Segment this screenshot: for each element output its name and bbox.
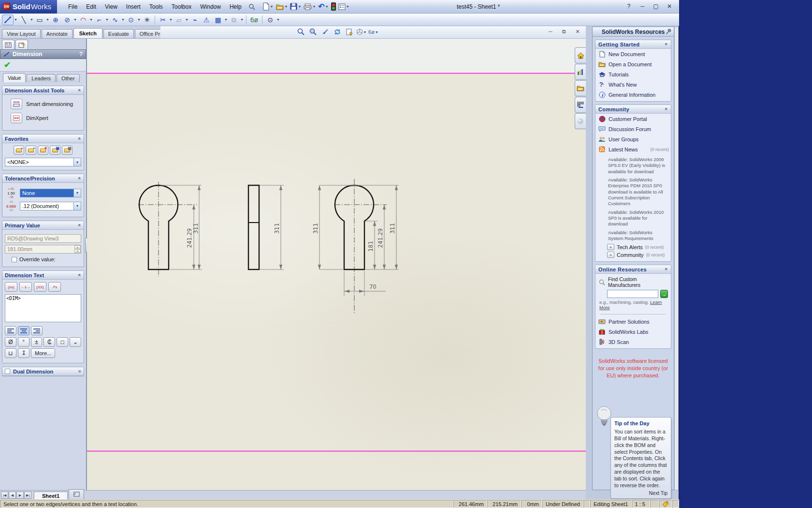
quick-snaps-caret[interactable]: ▼ bbox=[276, 18, 280, 21]
options-button[interactable]: ▼ bbox=[337, 1, 350, 13]
apply-defaults-button[interactable]: ⌁ bbox=[14, 146, 24, 155]
move-caret[interactable]: ▼ bbox=[240, 18, 244, 21]
menu-insert[interactable]: Insert bbox=[122, 0, 145, 14]
dual-dimension-checkbox[interactable] bbox=[5, 369, 10, 374]
first-sheet-button[interactable]: |◀ bbox=[1, 492, 8, 499]
convert-entities-button[interactable]: ▱ bbox=[173, 15, 185, 25]
menu-help[interactable]: Help bbox=[225, 0, 246, 14]
menu-file[interactable]: File bbox=[64, 0, 82, 14]
resources-tab[interactable] bbox=[575, 47, 586, 63]
solidworks-labs-link[interactable]: SolidWorks Labs bbox=[595, 327, 671, 337]
foreshortened-button[interactable]: ↗x bbox=[48, 282, 61, 292]
menu-tools[interactable]: Tools bbox=[145, 0, 167, 14]
circle-caret[interactable]: ▼ bbox=[73, 18, 77, 21]
search-icon[interactable] bbox=[247, 2, 257, 12]
offset-entities-button[interactable]: ⌁ bbox=[189, 15, 201, 25]
rectangle-caret[interactable]: ▼ bbox=[45, 18, 50, 21]
tab-view-layout[interactable]: View Layout bbox=[2, 29, 41, 38]
dimension-text-section-header[interactable]: Dimension Text« bbox=[2, 271, 84, 280]
dimension-label[interactable]: 181 bbox=[367, 241, 374, 252]
dimxpert-option[interactable]: DimXpert bbox=[11, 113, 81, 123]
tutorials-link[interactable]: Tutorials bbox=[595, 69, 671, 79]
rebuild-button[interactable] bbox=[330, 1, 337, 13]
sheet1-tab[interactable]: Sheet1 bbox=[34, 492, 68, 499]
diameter-symbol-button[interactable]: Ø bbox=[5, 337, 16, 347]
news-item[interactable]: Available: SolidWorks Enterprise PDM 201… bbox=[608, 177, 667, 207]
mirror-entities-button[interactable]: ⚠ bbox=[201, 15, 212, 25]
line-button[interactable]: ╲ bbox=[18, 15, 29, 25]
side-profile[interactable] bbox=[248, 185, 259, 269]
point-button[interactable]: ✳ bbox=[141, 15, 153, 25]
dimension-label[interactable]: 311 bbox=[389, 223, 396, 234]
user-groups-link[interactable]: User Groups bbox=[595, 134, 671, 144]
dimension-label[interactable]: 241.29 bbox=[186, 228, 193, 248]
tangent-arc-button[interactable]: ⌐ bbox=[93, 15, 105, 25]
align-right-button[interactable] bbox=[31, 326, 43, 335]
dimension-text-input[interactable]: <DIM> bbox=[5, 294, 81, 322]
save-button[interactable]: ▼ bbox=[289, 1, 302, 13]
open-button[interactable]: ▼ bbox=[275, 1, 289, 13]
partner-solutions-link[interactable]: Partner Solutions bbox=[595, 316, 671, 327]
smart-dimension-caret[interactable]: ▼ bbox=[14, 18, 18, 21]
whats-new-link[interactable]: ?✦ What's New bbox=[595, 79, 671, 90]
ellipse-button[interactable]: ⊙ bbox=[125, 15, 137, 25]
display-style-button[interactable]: ▼ bbox=[356, 27, 367, 37]
prev-sheet-button[interactable]: ◀ bbox=[9, 492, 16, 499]
news-item[interactable]: Available: SolidWorks 2009 SP5.0 EV (Ear… bbox=[608, 157, 667, 175]
community-row[interactable]: « Community (0 recent) bbox=[607, 252, 667, 260]
arc-caret[interactable]: ▼ bbox=[89, 18, 93, 21]
parentheses-button[interactable]: (xx) bbox=[5, 282, 17, 292]
new-document-button[interactable]: ▼ bbox=[261, 1, 275, 13]
dimension-label[interactable]: 70 bbox=[369, 284, 377, 290]
spin-up-icon[interactable]: ▲ bbox=[74, 245, 81, 249]
perimeter-circle-button[interactable]: ⊘ bbox=[61, 15, 73, 25]
display-relations-button[interactable]: 6ø bbox=[248, 15, 260, 25]
propertymanager-tab[interactable] bbox=[2, 40, 14, 49]
news-item[interactable]: Available: SolidWorks System Requirement… bbox=[608, 230, 667, 242]
zoom-area-button[interactable] bbox=[308, 27, 319, 37]
resize-grip[interactable] bbox=[672, 500, 679, 508]
counterbore-symbol-button[interactable]: ⊔ bbox=[5, 348, 16, 358]
doc-minimize-icon[interactable]: ─ bbox=[546, 28, 555, 35]
minimize-button[interactable]: ─ bbox=[638, 2, 647, 11]
customer-portal-link[interactable]: Customer Portal bbox=[595, 114, 671, 124]
tab-value[interactable]: Value bbox=[3, 73, 26, 82]
3d-scan-link[interactable]: 3D Scan bbox=[595, 337, 671, 348]
menu-view[interactable]: View bbox=[101, 0, 122, 14]
getting-started-header[interactable]: Getting Started« bbox=[595, 40, 671, 49]
help-button[interactable]: ? bbox=[624, 2, 634, 11]
print-button[interactable]: ▼ bbox=[303, 1, 317, 13]
redraw-button[interactable] bbox=[332, 27, 343, 37]
tab-annotate[interactable]: Annotate bbox=[42, 29, 72, 38]
tangent-arc-caret[interactable]: ▼ bbox=[105, 18, 109, 21]
move-entities-button[interactable]: ⧉ bbox=[228, 15, 240, 25]
last-sheet-button[interactable]: ▶| bbox=[24, 492, 31, 499]
precision-dropdown[interactable]: .12 (Document) ▼ bbox=[20, 202, 81, 210]
menu-edit[interactable]: Edit bbox=[82, 0, 101, 14]
appearances-tab[interactable] bbox=[575, 113, 586, 129]
tab-evaluate[interactable]: Evaluate bbox=[103, 29, 134, 38]
trim-caret[interactable]: ▼ bbox=[169, 18, 173, 21]
design-library-tab[interactable] bbox=[575, 64, 586, 80]
spline-button[interactable]: ∿ bbox=[109, 15, 121, 25]
new-document-link[interactable]: New Document bbox=[595, 49, 671, 59]
file-explorer-tab[interactable] bbox=[575, 80, 586, 96]
primary-value-section-header[interactable]: Primary Value« bbox=[2, 221, 84, 230]
doc-close-icon[interactable]: ✕ bbox=[573, 28, 582, 35]
ellipse-caret[interactable]: ▼ bbox=[137, 18, 141, 21]
more-symbols-dropdown[interactable]: ⌄ bbox=[70, 337, 81, 347]
circle-button[interactable]: ⊕ bbox=[50, 15, 61, 25]
quick-snaps-button[interactable]: ⊙ bbox=[264, 15, 276, 25]
open-document-link[interactable]: Open a Document bbox=[595, 59, 671, 69]
tab-leaders[interactable]: Leaders bbox=[27, 74, 56, 82]
value-spinner[interactable]: ▲▼ bbox=[74, 245, 81, 253]
doc-restore-icon[interactable]: ⧉ bbox=[560, 28, 568, 35]
rectangle-button[interactable]: ▭ bbox=[34, 15, 45, 25]
tech-alerts-row[interactable]: « Tech Alerts (0 recent) bbox=[607, 244, 667, 250]
align-left-button[interactable] bbox=[5, 326, 16, 335]
hide-show-items-button[interactable]: 6ø▼ bbox=[368, 27, 379, 37]
dimension-label[interactable]: 311 bbox=[274, 223, 280, 234]
depth-symbol-button[interactable]: ↧ bbox=[18, 348, 29, 358]
tech-alerts-expand-icon[interactable]: « bbox=[607, 244, 614, 250]
save-favorite-button[interactable]: ▣ bbox=[50, 146, 60, 155]
